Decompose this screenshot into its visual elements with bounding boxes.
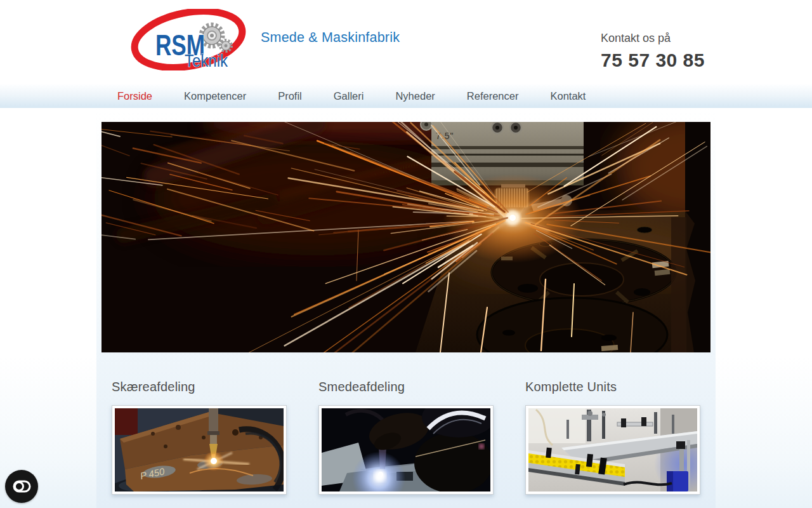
contact-label: Kontakt os på [601,32,705,45]
content-container: 7.5" [96,108,716,508]
nav-item-profil[interactable]: Profil [278,90,302,102]
header: RSM Teknik Smede & Maskinfabrik Kontakt … [0,0,812,84]
company-logo[interactable]: RSM Teknik [130,9,247,70]
main-navigation: Forside Kompetencer Profil Galleri Nyhed… [0,84,812,108]
site-tagline: Smede & Maskinfabrik [261,30,400,46]
welding-image [322,408,490,491]
nav-item-referencer[interactable]: Referencer [467,90,519,102]
gears-icon [201,25,232,51]
nav-item-forside[interactable]: Forside [117,90,152,102]
thumb-skaereafdeling[interactable]: P 450 [112,405,287,495]
thumb-komplette-units[interactable] [525,405,700,495]
assembly-line-image [528,408,697,491]
logo-text-sub: Teknik [185,51,228,70]
section-smedeafdeling: Smedeafdeling [318,380,494,495]
section-title: Smedeafdeling [318,380,494,394]
nav-item-kompetencer[interactable]: Kompetencer [184,90,246,102]
toggle-icon [11,476,32,497]
nav-item-galleri[interactable]: Galleri [334,90,364,102]
contact-block: Kontakt os på 75 57 30 85 [601,32,705,71]
torch-cutting-image: P 450 [115,408,284,491]
cookie-widget-button[interactable] [5,470,38,503]
hero-image-laser-cutting: 7.5" [102,122,710,352]
section-title: Komplette Units [525,380,700,394]
nav-item-nyheder[interactable]: Nyheder [395,90,435,102]
section-title: Skæreafdeling [112,380,287,394]
nav-item-kontakt[interactable]: Kontakt [550,90,586,102]
section-komplette-units: Komplette Units [525,380,700,495]
thumb-smedeafdeling[interactable] [318,405,494,495]
section-skaereafdeling: Skæreafdeling [112,380,287,495]
phone-number: 75 57 30 85 [601,50,705,71]
department-sections: Skæreafdeling [96,380,716,495]
